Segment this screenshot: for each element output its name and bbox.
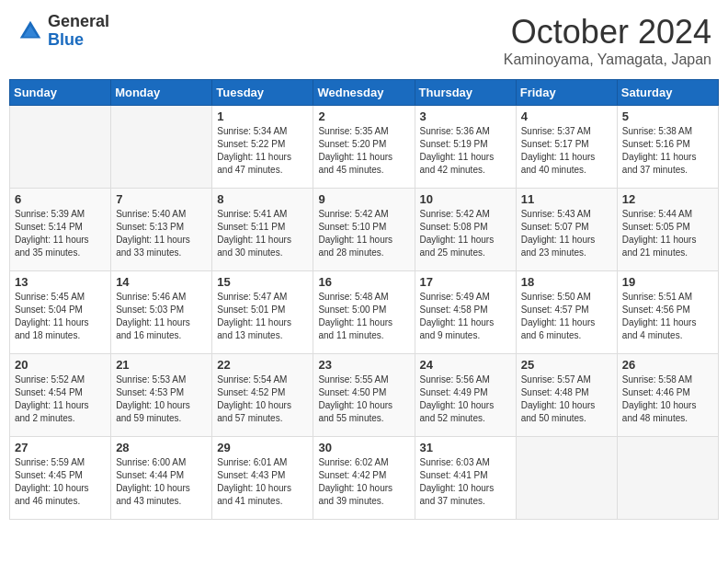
day-number: 29 xyxy=(217,441,308,454)
calendar-cell: 8Sunrise: 5:41 AMSunset: 5:11 PMDaylight… xyxy=(212,189,313,271)
day-info: Sunrise: 5:58 AMSunset: 4:46 PMDaylight:… xyxy=(622,373,713,425)
calendar-cell: 10Sunrise: 5:42 AMSunset: 5:08 PMDayligh… xyxy=(415,189,516,271)
calendar-day-header: Friday xyxy=(516,80,617,106)
calendar-week-row: 27Sunrise: 5:59 AMSunset: 4:45 PMDayligh… xyxy=(10,437,719,520)
logo-text: General Blue xyxy=(48,13,109,50)
calendar-cell xyxy=(516,437,617,520)
calendar-cell: 16Sunrise: 5:48 AMSunset: 5:00 PMDayligh… xyxy=(313,271,415,354)
calendar-cell: 19Sunrise: 5:51 AMSunset: 4:56 PMDayligh… xyxy=(617,271,718,354)
day-info: Sunrise: 5:39 AMSunset: 5:14 PMDaylight:… xyxy=(15,208,106,259)
calendar-cell: 26Sunrise: 5:58 AMSunset: 4:46 PMDayligh… xyxy=(617,354,718,437)
day-info: Sunrise: 6:03 AMSunset: 4:41 PMDaylight:… xyxy=(420,456,511,508)
calendar-header-row: SundayMondayTuesdayWednesdayThursdayFrid… xyxy=(10,80,719,106)
calendar-cell: 1Sunrise: 5:34 AMSunset: 5:22 PMDaylight… xyxy=(212,106,313,189)
calendar-cell: 24Sunrise: 5:56 AMSunset: 4:49 PMDayligh… xyxy=(415,354,516,437)
calendar-cell: 2Sunrise: 5:35 AMSunset: 5:20 PMDaylight… xyxy=(313,106,415,189)
day-info: Sunrise: 5:36 AMSunset: 5:19 PMDaylight:… xyxy=(420,125,511,177)
day-number: 4 xyxy=(521,109,612,123)
day-info: Sunrise: 5:42 AMSunset: 5:10 PMDaylight:… xyxy=(318,208,409,259)
calendar-cell xyxy=(10,106,111,189)
calendar-cell: 12Sunrise: 5:44 AMSunset: 5:05 PMDayligh… xyxy=(617,189,718,271)
calendar-day-header: Tuesday xyxy=(212,80,313,106)
day-info: Sunrise: 6:00 AMSunset: 4:44 PMDaylight:… xyxy=(116,456,207,508)
day-number: 26 xyxy=(622,358,713,372)
day-info: Sunrise: 5:42 AMSunset: 5:08 PMDaylight:… xyxy=(420,208,511,259)
day-number: 28 xyxy=(116,441,207,454)
calendar-cell: 14Sunrise: 5:46 AMSunset: 5:03 PMDayligh… xyxy=(111,271,212,354)
day-number: 15 xyxy=(217,275,308,289)
day-info: Sunrise: 5:48 AMSunset: 5:00 PMDaylight:… xyxy=(318,291,409,342)
day-info: Sunrise: 5:46 AMSunset: 5:03 PMDaylight:… xyxy=(116,291,207,342)
day-number: 8 xyxy=(217,192,308,206)
day-info: Sunrise: 5:43 AMSunset: 5:07 PMDaylight:… xyxy=(521,208,612,259)
day-number: 21 xyxy=(116,358,207,372)
calendar-cell: 5Sunrise: 5:38 AMSunset: 5:16 PMDaylight… xyxy=(617,106,718,189)
calendar-week-row: 6Sunrise: 5:39 AMSunset: 5:14 PMDaylight… xyxy=(10,189,719,271)
calendar-cell: 9Sunrise: 5:42 AMSunset: 5:10 PMDaylight… xyxy=(313,189,415,271)
logo-general: General xyxy=(48,13,109,31)
day-info: Sunrise: 5:38 AMSunset: 5:16 PMDaylight:… xyxy=(622,125,713,177)
day-number: 16 xyxy=(318,275,409,289)
calendar-cell xyxy=(111,106,212,189)
logo-blue: Blue xyxy=(48,31,109,50)
day-number: 6 xyxy=(15,192,106,206)
day-number: 25 xyxy=(521,358,612,372)
calendar-cell: 22Sunrise: 5:54 AMSunset: 4:52 PMDayligh… xyxy=(212,354,313,437)
day-number: 11 xyxy=(521,192,612,206)
calendar-cell: 3Sunrise: 5:36 AMSunset: 5:19 PMDaylight… xyxy=(415,106,516,189)
day-info: Sunrise: 5:57 AMSunset: 4:48 PMDaylight:… xyxy=(521,373,612,425)
day-number: 30 xyxy=(318,441,409,454)
day-number: 19 xyxy=(622,275,713,289)
day-info: Sunrise: 5:40 AMSunset: 5:13 PMDaylight:… xyxy=(116,208,207,259)
calendar-cell: 18Sunrise: 5:50 AMSunset: 4:57 PMDayligh… xyxy=(516,271,617,354)
day-number: 13 xyxy=(15,275,106,289)
day-number: 22 xyxy=(217,358,308,372)
day-number: 5 xyxy=(622,109,713,123)
day-number: 10 xyxy=(420,192,511,206)
day-info: Sunrise: 5:37 AMSunset: 5:17 PMDaylight:… xyxy=(521,125,612,177)
calendar-cell: 13Sunrise: 5:45 AMSunset: 5:04 PMDayligh… xyxy=(10,271,111,354)
calendar-day-header: Saturday xyxy=(617,80,718,106)
day-info: Sunrise: 5:59 AMSunset: 4:45 PMDaylight:… xyxy=(15,456,106,508)
day-info: Sunrise: 5:49 AMSunset: 4:58 PMDaylight:… xyxy=(420,291,511,342)
calendar-week-row: 1Sunrise: 5:34 AMSunset: 5:22 PMDaylight… xyxy=(10,106,719,189)
month-title: October 2024 xyxy=(504,13,711,52)
calendar-day-header: Sunday xyxy=(10,80,111,106)
day-info: Sunrise: 5:52 AMSunset: 4:54 PMDaylight:… xyxy=(15,373,106,425)
day-number: 18 xyxy=(521,275,612,289)
calendar-cell: 23Sunrise: 5:55 AMSunset: 4:50 PMDayligh… xyxy=(313,354,415,437)
day-info: Sunrise: 5:44 AMSunset: 5:05 PMDaylight:… xyxy=(622,208,713,259)
day-number: 24 xyxy=(420,358,511,372)
logo-icon xyxy=(17,17,44,45)
day-info: Sunrise: 5:35 AMSunset: 5:20 PMDaylight:… xyxy=(318,125,409,177)
day-number: 2 xyxy=(318,109,409,123)
page-header: General Blue October 2024 Kaminoyama, Ya… xyxy=(9,9,719,72)
calendar-cell: 7Sunrise: 5:40 AMSunset: 5:13 PMDaylight… xyxy=(111,189,212,271)
day-info: Sunrise: 5:56 AMSunset: 4:49 PMDaylight:… xyxy=(420,373,511,425)
day-info: Sunrise: 5:47 AMSunset: 5:01 PMDaylight:… xyxy=(217,291,308,342)
calendar-day-header: Wednesday xyxy=(313,80,415,106)
calendar-cell: 4Sunrise: 5:37 AMSunset: 5:17 PMDaylight… xyxy=(516,106,617,189)
day-info: Sunrise: 5:41 AMSunset: 5:11 PMDaylight:… xyxy=(217,208,308,259)
logo: General Blue xyxy=(17,13,109,50)
day-number: 9 xyxy=(318,192,409,206)
calendar-cell: 30Sunrise: 6:02 AMSunset: 4:42 PMDayligh… xyxy=(313,437,415,520)
day-number: 14 xyxy=(116,275,207,289)
day-info: Sunrise: 5:53 AMSunset: 4:53 PMDaylight:… xyxy=(116,373,207,425)
calendar-cell: 28Sunrise: 6:00 AMSunset: 4:44 PMDayligh… xyxy=(111,437,212,520)
calendar-cell: 11Sunrise: 5:43 AMSunset: 5:07 PMDayligh… xyxy=(516,189,617,271)
calendar-week-row: 13Sunrise: 5:45 AMSunset: 5:04 PMDayligh… xyxy=(10,271,719,354)
day-number: 20 xyxy=(15,358,106,372)
calendar-cell: 21Sunrise: 5:53 AMSunset: 4:53 PMDayligh… xyxy=(111,354,212,437)
day-number: 12 xyxy=(622,192,713,206)
day-number: 1 xyxy=(217,109,308,123)
calendar-cell: 29Sunrise: 6:01 AMSunset: 4:43 PMDayligh… xyxy=(212,437,313,520)
day-info: Sunrise: 5:54 AMSunset: 4:52 PMDaylight:… xyxy=(217,373,308,425)
location-title: Kaminoyama, Yamagata, Japan xyxy=(504,52,711,68)
day-info: Sunrise: 5:55 AMSunset: 4:50 PMDaylight:… xyxy=(318,373,409,425)
calendar-cell: 25Sunrise: 5:57 AMSunset: 4:48 PMDayligh… xyxy=(516,354,617,437)
calendar-day-header: Thursday xyxy=(415,80,516,106)
day-info: Sunrise: 6:02 AMSunset: 4:42 PMDaylight:… xyxy=(318,456,409,508)
calendar-cell: 31Sunrise: 6:03 AMSunset: 4:41 PMDayligh… xyxy=(415,437,516,520)
day-number: 17 xyxy=(420,275,511,289)
